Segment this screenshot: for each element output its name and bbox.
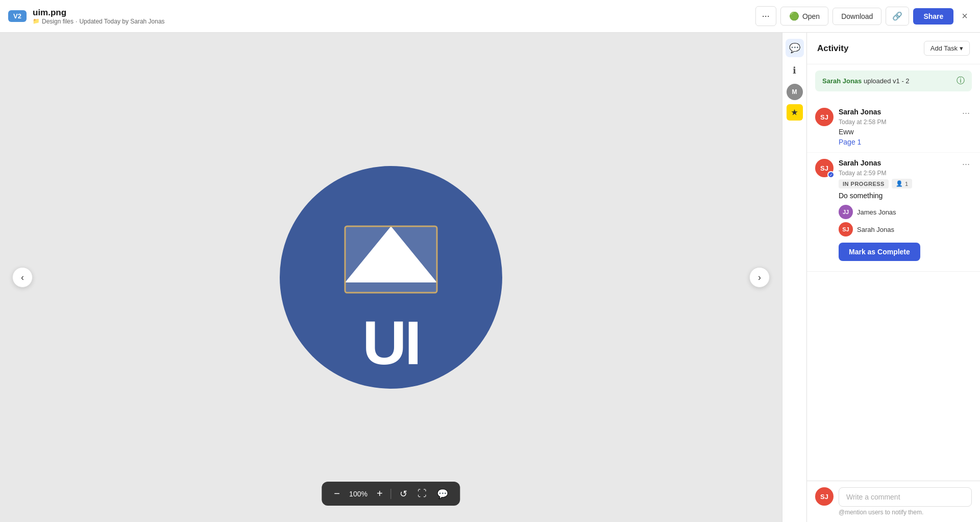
upload-version: uploaded v1 - 2 — [864, 77, 910, 85]
comment-1-body: Sarah Jonas ··· Today at 2:58 PM Eww Pag… — [839, 108, 972, 146]
header: V2 uim.png 📁 Design files · Updated Toda… — [0, 0, 980, 33]
upload-text: Sarah Jonas uploaded v1 - 2 — [822, 77, 910, 85]
assignee-2-avatar: SJ — [839, 222, 853, 236]
folder-name: Design files — [42, 18, 74, 25]
zoom-in-button[interactable]: + — [373, 486, 387, 502]
activity-panel: Activity Add Task ▾ Sarah Jonas uploaded… — [806, 33, 980, 522]
prev-button[interactable]: ‹ — [12, 267, 33, 288]
folder-icon: 📁 — [33, 18, 40, 25]
upload-info-icon[interactable]: ⓘ — [957, 76, 965, 86]
reset-zoom-button[interactable]: ↺ — [396, 486, 411, 502]
task-body: Sarah Jonas ··· Today at 2:59 PM IN PROG… — [839, 159, 972, 261]
task-indicator: ✓ — [827, 171, 835, 178]
task-time: Today at 2:59 PM — [839, 170, 972, 177]
current-user-avatar: SJ — [815, 487, 834, 506]
zoom-value: 100% — [346, 490, 371, 498]
comment-1-more[interactable]: ··· — [960, 108, 972, 118]
zoom-toolbar: − 100% + ↺ ⛶ 💬 — [322, 482, 460, 506]
task-more[interactable]: ··· — [960, 159, 972, 170]
activity-feed: SJ Sarah Jonas ··· Today at 2:58 PM Eww … — [807, 98, 980, 481]
upload-notification: Sarah Jonas uploaded v1 - 2 ⓘ — [815, 70, 972, 91]
comments-icon-button[interactable]: 💬 — [786, 39, 804, 57]
share-button[interactable]: Share — [913, 8, 953, 25]
comment-input-area: SJ @mention users to notify them. — [807, 481, 980, 522]
activity-title: Activity — [817, 43, 848, 54]
open-button[interactable]: 🟢 Open — [780, 7, 828, 26]
header-actions: ··· 🟢 Open Download 🔗 Share × — [755, 6, 972, 26]
comment-1-avatar: SJ — [815, 108, 834, 126]
sidebar-icons: 💬 ℹ M ★ — [782, 33, 806, 522]
comment-1-time: Today at 2:58 PM — [839, 118, 972, 126]
file-info: uim.png 📁 Design files · Updated Today b… — [33, 8, 165, 25]
comment-input-wrapper: @mention users to notify them. — [839, 487, 972, 516]
canvas-area: ‹ UI › − 100% + ↺ ⛶ 💬 — [0, 33, 782, 522]
assignee-row-2: SJ Sarah Jonas — [839, 222, 972, 236]
status-badge: IN PROGRESS — [839, 179, 889, 188]
assignee-icon: 👤 — [896, 180, 903, 187]
comment-1-author: Sarah Jonas — [839, 108, 881, 116]
task-avatar-wrapper: SJ ✓ — [815, 159, 834, 177]
file-meta: 📁 Design files · Updated Today by Sarah … — [33, 18, 165, 25]
activity-header: Activity Add Task ▾ — [807, 33, 980, 64]
task-card: SJ ✓ Sarah Jonas ··· Today at 2:59 PM IN… — [807, 153, 980, 272]
main: ‹ UI › − 100% + ↺ ⛶ 💬 — [0, 33, 980, 522]
comment-1-text: Eww — [839, 128, 972, 136]
task-header: SJ ✓ Sarah Jonas ··· Today at 2:59 PM IN… — [815, 159, 972, 261]
updated-text: Updated Today by Sarah Jonas — [79, 18, 164, 25]
add-task-button[interactable]: Add Task ▾ — [924, 41, 970, 56]
comment-input[interactable] — [839, 487, 972, 507]
file-name: uim.png — [33, 8, 165, 18]
add-task-chevron: ▾ — [960, 44, 963, 52]
badge-icon-button[interactable]: ★ — [787, 104, 803, 121]
task-assignees: JJ James Jonas SJ Sarah Jonas — [839, 205, 972, 236]
assignee-1-avatar: JJ — [839, 205, 853, 219]
link-button[interactable]: 🔗 — [886, 7, 909, 26]
open-icon: 🟢 — [789, 11, 799, 21]
more-button[interactable]: ··· — [755, 6, 776, 26]
comment-hint: @mention users to notify them. — [839, 509, 972, 516]
assignee-count: 1 — [905, 181, 908, 187]
add-task-label: Add Task — [930, 44, 958, 52]
svg-text:UI: UI — [362, 309, 420, 377]
task-title: Do something — [839, 192, 972, 200]
assignee-1-name: James Jonas — [857, 208, 896, 216]
annotation-button[interactable]: 💬 — [433, 486, 452, 502]
close-button[interactable]: × — [958, 8, 972, 24]
header-left: V2 uim.png 📁 Design files · Updated Toda… — [8, 8, 755, 25]
task-meta: IN PROGRESS 👤 1 — [839, 179, 972, 188]
task-author: Sarah Jonas — [839, 159, 881, 167]
fullscreen-button[interactable]: ⛶ — [413, 486, 431, 501]
uploader-name: Sarah Jonas — [822, 77, 862, 85]
comment-1: SJ Sarah Jonas ··· Today at 2:58 PM Eww … — [807, 102, 980, 153]
version-badge: V2 — [8, 10, 27, 22]
next-button[interactable]: › — [749, 267, 770, 288]
download-button[interactable]: Download — [832, 8, 881, 25]
open-label: Open — [802, 12, 820, 20]
zoom-divider — [391, 489, 391, 499]
mark-complete-button[interactable]: Mark as Complete — [839, 243, 920, 261]
info-icon-button[interactable]: ℹ — [786, 61, 804, 80]
user-avatar-button[interactable]: M — [787, 84, 803, 100]
comment-1-header: SJ Sarah Jonas ··· Today at 2:58 PM Eww … — [815, 108, 972, 146]
comment-1-link[interactable]: Page 1 — [839, 138, 972, 146]
ui-image: UI — [279, 165, 503, 390]
meta-separator: · — [76, 18, 77, 25]
assignee-row-1: JJ James Jonas — [839, 205, 972, 219]
assignee-badge: 👤 1 — [892, 179, 912, 188]
assignee-2-name: Sarah Jonas — [857, 226, 894, 233]
zoom-out-button[interactable]: − — [330, 486, 344, 502]
